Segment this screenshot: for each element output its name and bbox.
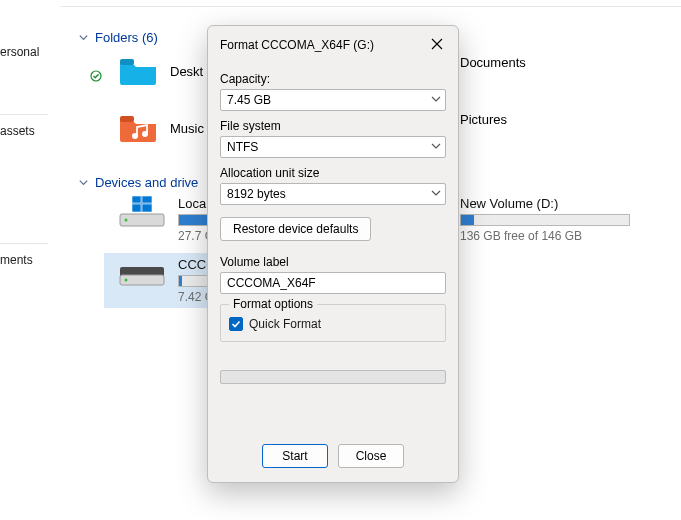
chevron-down-icon xyxy=(431,140,441,154)
sidebar-nav: ersonal assets ments xyxy=(0,0,48,520)
chevron-down-icon xyxy=(431,93,441,107)
folder-label: Documents xyxy=(460,55,526,70)
format-options-label: Format options xyxy=(229,297,317,311)
capacity-select[interactable]: 7.45 GB xyxy=(220,89,446,111)
format-options-group: Format options Quick Format xyxy=(220,304,446,342)
close-dialog-button[interactable]: Close xyxy=(338,444,404,468)
drive-icon xyxy=(118,257,166,289)
filesystem-select[interactable]: NTFS xyxy=(220,136,446,158)
capacity-label: Capacity: xyxy=(220,72,446,86)
folder-item-music[interactable]: Music xyxy=(118,112,204,144)
svg-rect-2 xyxy=(120,116,134,122)
drive-capacity-bar xyxy=(460,214,630,226)
checkbox-checked-icon xyxy=(229,317,243,331)
folder-label: Music xyxy=(170,121,204,136)
svg-rect-9 xyxy=(142,196,152,203)
nav-item-documents[interactable]: ments xyxy=(0,248,48,272)
nav-item-personal[interactable]: ersonal xyxy=(0,40,48,64)
format-progress-bar xyxy=(220,370,446,384)
folder-icon xyxy=(118,55,158,87)
music-folder-icon xyxy=(118,112,158,144)
windows-drive-icon xyxy=(118,196,166,228)
volume-label-input[interactable] xyxy=(220,272,446,294)
format-dialog: Format CCCOMA_X64F (G:) Capacity: 7.45 G… xyxy=(207,25,459,483)
quick-format-label: Quick Format xyxy=(249,317,321,331)
close-button[interactable] xyxy=(422,32,452,58)
capacity-value: 7.45 GB xyxy=(227,93,271,107)
chevron-down-icon xyxy=(78,32,89,43)
svg-rect-10 xyxy=(132,204,141,212)
filesystem-label: File system xyxy=(220,119,446,133)
folders-section-label: Folders (6) xyxy=(95,30,158,45)
drive-item-newvol[interactable]: New Volume (D:) 136 GB free of 146 GB xyxy=(460,196,681,243)
allocation-select[interactable]: 8192 bytes xyxy=(220,183,446,205)
nav-item-assets[interactable]: assets xyxy=(0,119,48,143)
synced-check-icon xyxy=(90,70,102,82)
drive-name: New Volume (D:) xyxy=(460,196,630,211)
allocation-value: 8192 bytes xyxy=(227,187,286,201)
volume-label-label: Volume label xyxy=(220,255,446,269)
folder-label: Deskt xyxy=(170,64,203,79)
folder-label: Pictures xyxy=(460,112,507,127)
quick-format-checkbox[interactable]: Quick Format xyxy=(229,317,437,331)
folder-item-desktop[interactable]: Deskt xyxy=(118,55,203,87)
filesystem-value: NTFS xyxy=(227,140,258,154)
chevron-down-icon xyxy=(431,187,441,201)
folder-item-documents[interactable]: Documents xyxy=(460,55,526,70)
devices-section-header[interactable]: Devices and drive xyxy=(78,175,198,190)
folders-section-header[interactable]: Folders (6) xyxy=(78,30,158,45)
chevron-down-icon xyxy=(78,177,89,188)
close-icon xyxy=(431,38,443,53)
svg-rect-1 xyxy=(120,59,134,65)
svg-rect-8 xyxy=(132,196,141,203)
drive-subtext: 136 GB free of 146 GB xyxy=(460,229,630,243)
svg-point-6 xyxy=(125,219,128,222)
folder-item-pictures[interactable]: Pictures xyxy=(460,112,507,127)
svg-point-14 xyxy=(125,279,128,282)
dialog-title: Format CCCOMA_X64F (G:) xyxy=(220,38,374,52)
allocation-label: Allocation unit size xyxy=(220,166,446,180)
svg-rect-11 xyxy=(142,204,152,212)
restore-defaults-button[interactable]: Restore device defaults xyxy=(220,217,371,241)
start-button[interactable]: Start xyxy=(262,444,328,468)
devices-section-label: Devices and drive xyxy=(95,175,198,190)
